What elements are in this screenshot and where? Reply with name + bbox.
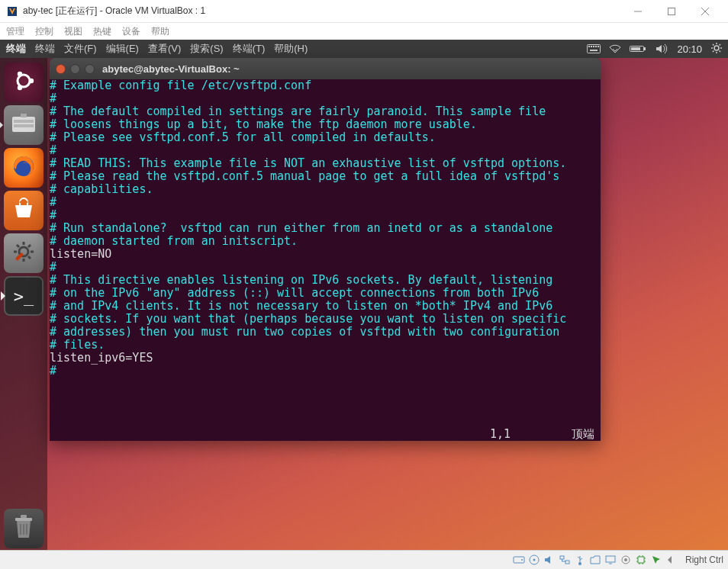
software-icon (11, 196, 37, 225)
terminal-title: abytec@abytec-VirtualBox: ~ (102, 63, 240, 75)
svg-rect-7 (590, 50, 598, 51)
network-indicator-icon[interactable] (610, 44, 620, 53)
sound-indicator-icon[interactable] (656, 44, 668, 53)
terminal-line: # (50, 365, 601, 378)
host-menu-devices[interactable]: 设备 (122, 25, 140, 38)
terminal-maximize-button[interactable] (85, 64, 95, 74)
launcher-settings[interactable] (4, 233, 43, 273)
launcher-firefox[interactable] (4, 148, 43, 188)
network-icon[interactable] (559, 554, 571, 566)
svg-rect-31 (606, 556, 615, 562)
keyboard-indicator-icon[interactable] (587, 44, 601, 53)
svg-point-11 (714, 46, 719, 50)
svg-rect-2 (588, 46, 590, 47)
terminal-window: abytec@abytec-VirtualBox: ~ # Example co… (50, 58, 601, 441)
svg-rect-0 (668, 8, 675, 14)
terminal-line: # (50, 144, 601, 157)
battery-indicator-icon[interactable] (630, 44, 646, 53)
panel-menu-search[interactable]: 搜索(S) (190, 42, 223, 56)
terminal-line: # capabilities. (50, 183, 601, 196)
panel-menu-terminal[interactable]: 终端 (35, 42, 55, 56)
svg-rect-28 (560, 556, 564, 559)
panel-time[interactable]: 20:10 (677, 43, 702, 55)
host-menu-control[interactable]: 控制 (35, 25, 53, 38)
mouse-integration-icon[interactable] (650, 554, 662, 566)
audio-icon[interactable] (543, 554, 556, 566)
svg-rect-9 (644, 47, 646, 50)
terminal-status-line: 1,1 顶端 (50, 427, 601, 441)
shared-folder-icon[interactable] (589, 554, 601, 566)
terminal-line: # Example config file /etc/vsftpd.conf (50, 79, 601, 92)
host-menu-hotkeys[interactable]: 热键 (93, 25, 111, 38)
svg-point-30 (578, 562, 581, 565)
terminal-line: # on the IPv6 "any" address (::) will ac… (50, 287, 601, 300)
svg-rect-4 (593, 46, 594, 47)
terminal-line: # The default compiled in settings are f… (50, 105, 601, 118)
svg-point-14 (18, 72, 22, 76)
host-menu-manage[interactable]: 管理 (6, 25, 24, 38)
terminal-line: # Please read the vsftpd.conf.5 manual p… (50, 170, 601, 183)
svg-point-15 (18, 85, 22, 90)
panel-menu-file[interactable]: 文件(F) (64, 42, 97, 56)
panel-menus: 终端 文件(F) 编辑(E) 查看(V) 搜索(S) 终端(T) 帮助(H) (35, 42, 308, 56)
panel-app-name: 终端 (6, 42, 26, 56)
terminal-body[interactable]: # Example config file /etc/vsftpd.conf##… (50, 79, 601, 378)
close-button[interactable] (688, 0, 722, 23)
svg-rect-6 (598, 46, 599, 47)
svg-point-25 (521, 559, 523, 561)
host-statusbar: Right Ctrl (0, 550, 728, 569)
terminal-line: # (50, 92, 601, 105)
host-menu-view[interactable]: 视图 (64, 25, 82, 38)
minimize-button[interactable] (621, 0, 655, 23)
host-titlebar: aby-tec [正在运行] - Oracle VM VirtualBox : … (0, 0, 728, 23)
gear-icon[interactable] (711, 43, 722, 56)
launcher-software[interactable] (4, 191, 43, 230)
terminal-line: # and IPv4 clients. It is not necessary … (50, 300, 601, 313)
settings-icon (11, 239, 37, 268)
terminal-line: # Run standalone? vsftpd can run either … (50, 222, 601, 235)
cpu-icon[interactable] (635, 554, 647, 566)
svg-point-12 (18, 75, 30, 87)
terminal-line: # addresses) then you must run two copie… (50, 326, 601, 339)
svg-rect-17 (14, 120, 34, 123)
trash-icon (12, 513, 35, 544)
launcher-trash[interactable] (4, 509, 43, 548)
host-menu-bar: 管理 控制 视图 热键 设备 帮助 (0, 23, 728, 40)
terminal-line: # daemon started from an initscript. (50, 235, 601, 248)
terminal-line: # READ THIS: This example file is NOT an… (50, 157, 601, 170)
launcher-files[interactable] (4, 105, 43, 145)
display-icon[interactable] (604, 554, 617, 566)
terminal-line: # loosens things up a bit, to make the f… (50, 118, 601, 131)
recording-icon[interactable] (620, 554, 632, 566)
maximize-button[interactable] (655, 0, 688, 23)
svg-rect-19 (21, 114, 27, 117)
virtualbox-icon (6, 5, 18, 18)
terminal-line: # (50, 196, 601, 209)
terminal-line: listen_ipv6=YES (50, 352, 601, 365)
launcher-dash[interactable] (4, 63, 43, 102)
panel-menu-edit[interactable]: 编辑(E) (106, 42, 139, 56)
scroll-indicator: 顶端 (572, 427, 594, 441)
terminal-line: # files. (50, 339, 601, 352)
terminal-minimize-button[interactable] (70, 64, 80, 74)
panel-menu-terminal2[interactable]: 终端(T) (233, 42, 266, 56)
panel-menu-help[interactable]: 帮助(H) (274, 42, 308, 56)
host-window-controls (621, 0, 722, 23)
optical-disk-icon[interactable] (528, 554, 540, 566)
host-menu-help[interactable]: 帮助 (151, 25, 169, 38)
files-icon (11, 112, 37, 138)
launcher-terminal[interactable]: >_ (4, 276, 43, 316)
terminal-close-button[interactable] (56, 64, 66, 74)
ubuntu-top-panel: 终端 终端 文件(F) 编辑(E) 查看(V) 搜索(S) 终端(T) 帮助(H… (0, 40, 728, 58)
hard-disk-icon[interactable] (513, 554, 525, 566)
firefox-icon (10, 153, 37, 183)
usb-icon[interactable] (574, 554, 586, 566)
panel-menu-view[interactable]: 查看(V) (148, 42, 181, 56)
ubuntu-desktop: 终端 终端 文件(F) 编辑(E) 查看(V) 搜索(S) 终端(T) 帮助(H… (0, 40, 728, 550)
terminal-line: listen=NO (50, 248, 601, 261)
terminal-line: # This directive enables listening on IP… (50, 274, 601, 287)
svg-rect-29 (565, 561, 569, 564)
svg-point-27 (533, 559, 535, 561)
terminal-titlebar[interactable]: abytec@abytec-VirtualBox: ~ (50, 58, 601, 79)
svg-rect-34 (638, 557, 644, 563)
